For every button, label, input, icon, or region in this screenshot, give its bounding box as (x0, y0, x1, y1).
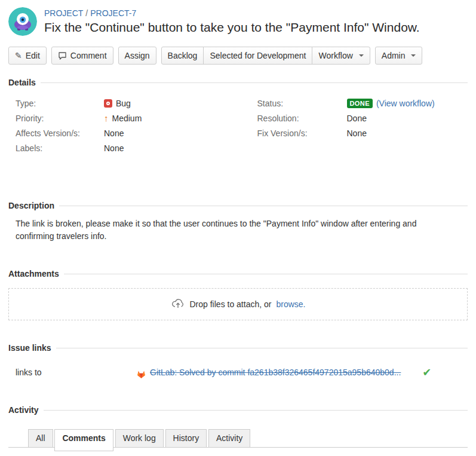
assign-button[interactable]: Assign (118, 47, 156, 65)
tab-work-log[interactable]: Work log (115, 429, 164, 448)
section-divider (64, 274, 468, 274)
details-section: Details Type: Bug Priority: ↑ Medium (8, 78, 468, 155)
attachments-heading-label: Attachments (8, 269, 59, 279)
priority-value-text: Medium (112, 114, 142, 123)
gitlab-commit-link[interactable]: GitLab: Solved by commit fa261b38f326465… (150, 368, 401, 377)
tab-comments[interactable]: Comments (54, 429, 113, 451)
header-text: PROJECT/PROJECT-7 Fix the "Continue" but… (44, 7, 420, 35)
section-divider (59, 206, 468, 206)
type-label: Type: (8, 99, 104, 108)
affects-versions-label: Affects Version/s: (8, 128, 104, 138)
project-avatar (8, 7, 37, 36)
admin-dropdown-button[interactable]: Admin (375, 47, 423, 65)
activity-heading-label: Activity (8, 405, 39, 415)
activity-tabs: All Comments Work log History Activity (8, 429, 468, 448)
workflow-button-label: Workflow (318, 51, 352, 60)
field-priority: Priority: ↑ Medium (8, 111, 238, 126)
edit-button-label: Edit (26, 51, 40, 60)
resolution-label: Resolution: (257, 114, 347, 123)
backlog-button-label: Backlog (168, 51, 198, 60)
fix-versions-value: None (347, 128, 367, 138)
status-value: DONE (View workflow) (347, 99, 435, 108)
admin-button-label: Admin (382, 51, 406, 60)
tab-all[interactable]: All (28, 429, 53, 448)
details-heading: Details (8, 78, 468, 87)
issue-links-heading: Issue links (8, 343, 468, 353)
drop-files-text: Drop files to attach, or (190, 299, 272, 309)
section-divider (44, 410, 468, 411)
issue-links-section: Issue links links to GitLab: Solved by c… (8, 343, 468, 379)
issue-header: PROJECT/PROJECT-7 Fix the "Continue" but… (8, 7, 468, 36)
description-text: The link is broken, please make it so th… (8, 218, 462, 243)
labels-value: None (104, 143, 124, 153)
monster-avatar-icon (8, 7, 37, 36)
issue-page: PROJECT/PROJECT-7 Fix the "Continue" but… (0, 0, 476, 456)
comment-button[interactable]: Comment (51, 47, 113, 65)
gitlab-icon (136, 369, 146, 379)
status-badge: DONE (347, 99, 373, 108)
field-resolution: Resolution: Done (257, 111, 468, 126)
chevron-down-icon (359, 54, 364, 59)
fix-versions-label: Fix Version/s: (257, 128, 347, 138)
section-divider (56, 348, 468, 348)
description-section: Description The link is broken, please m… (8, 201, 468, 243)
field-affects-versions: Affects Version/s: None (8, 126, 238, 140)
field-fix-versions: Fix Version/s: None (257, 126, 468, 140)
chevron-down-icon (411, 54, 416, 59)
attachments-heading: Attachments (8, 269, 468, 279)
section-divider (41, 82, 468, 83)
description-heading: Description (8, 201, 468, 210)
issue-title: Fix the "Continue" button to take you to… (44, 20, 420, 35)
attachments-section: Attachments Drop files to attach, or bro… (8, 269, 468, 320)
details-right-column: Status: DONE (View workflow) Resolution:… (238, 96, 468, 155)
issue-links-heading-label: Issue links (8, 343, 51, 353)
workflow-button-group: Backlog Selected for Development Workflo… (161, 47, 370, 65)
backlog-button[interactable]: Backlog (161, 47, 204, 65)
browse-link[interactable]: browse. (276, 299, 305, 309)
selected-for-development-label: Selected for Development (210, 51, 306, 60)
details-left-column: Type: Bug Priority: ↑ Medium Affects Ver… (8, 96, 238, 155)
pencil-icon: ✎ (15, 51, 22, 60)
details-grid: Type: Bug Priority: ↑ Medium Affects Ver… (8, 96, 468, 155)
link-relation-label: links to (8, 368, 136, 377)
selected-for-development-button[interactable]: Selected for Development (203, 47, 312, 65)
type-value-text: Bug (116, 99, 131, 108)
comment-bubble-icon (58, 51, 67, 60)
breadcrumb-issue-link[interactable]: PROJECT-7 (90, 8, 136, 18)
status-label: Status: (257, 99, 347, 108)
workflow-dropdown-button[interactable]: Workflow (312, 47, 370, 65)
toolbar: ✎ Edit Comment Assign Backlog Selected f… (8, 47, 468, 65)
issue-link-row: links to GitLab: Solved by commit fa261b… (8, 366, 468, 379)
priority-medium-icon: ↑ (104, 113, 109, 123)
resolution-value: Done (347, 114, 367, 123)
activity-section: Activity All Comments Work log History A… (8, 405, 468, 456)
details-heading-label: Details (8, 78, 36, 87)
field-labels: Labels: None (8, 140, 238, 155)
tab-activity[interactable]: Activity (208, 429, 250, 448)
resolved-check-icon: ✔ (422, 366, 431, 379)
breadcrumb-separator: / (85, 8, 88, 18)
priority-value: ↑ Medium (104, 113, 142, 123)
activity-heading: Activity (8, 405, 468, 415)
comment-button-label: Comment (70, 51, 107, 60)
assign-button-label: Assign (125, 51, 150, 60)
upload-cloud-icon (171, 297, 185, 311)
tab-history[interactable]: History (165, 429, 207, 448)
type-value: Bug (104, 99, 131, 108)
edit-button[interactable]: ✎ Edit (8, 47, 47, 65)
field-type: Type: Bug (8, 96, 238, 111)
affects-versions-value: None (104, 128, 124, 138)
attachments-dropzone[interactable]: Drop files to attach, or browse. (8, 288, 468, 320)
breadcrumb-project-link[interactable]: PROJECT (44, 8, 83, 18)
bug-icon (104, 99, 112, 108)
field-status: Status: DONE (View workflow) (257, 96, 468, 111)
labels-label: Labels: (8, 143, 104, 153)
description-heading-label: Description (8, 201, 54, 210)
priority-label: Priority: (8, 114, 104, 123)
view-workflow-link[interactable]: (View workflow) (376, 99, 435, 108)
breadcrumb: PROJECT/PROJECT-7 (44, 8, 420, 18)
